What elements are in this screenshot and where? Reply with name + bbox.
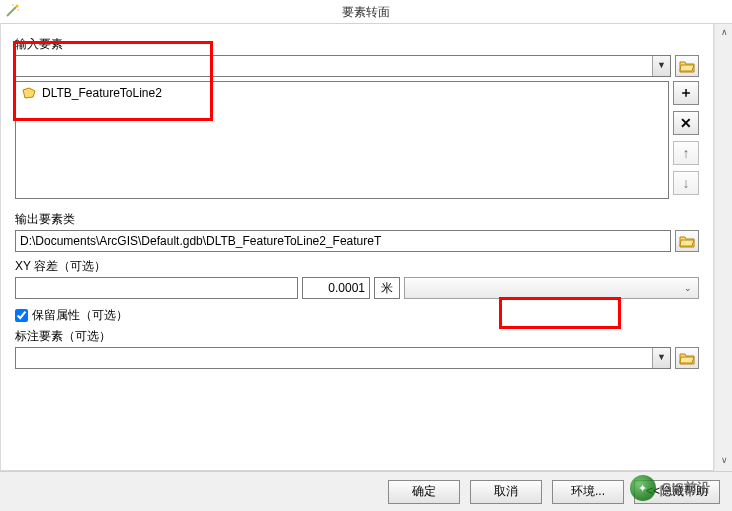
preserve-attr-label: 保留属性（可选）	[32, 307, 128, 324]
xy-tolerance-spacer	[15, 277, 298, 299]
arrow-up-icon: ↑	[683, 145, 690, 161]
svg-point-2	[12, 4, 14, 6]
chevron-down-icon: ⌄	[684, 283, 692, 293]
move-down-button[interactable]: ↓	[673, 171, 699, 195]
x-icon: ✕	[680, 115, 692, 131]
add-button[interactable]: ＋	[673, 81, 699, 105]
titlebar: 要素转面	[0, 0, 732, 24]
svg-point-3	[17, 9, 19, 11]
browse-input-button[interactable]	[675, 55, 699, 77]
cancel-button[interactable]: 取消	[470, 480, 542, 504]
folder-open-icon	[679, 234, 695, 248]
browse-output-button[interactable]	[675, 230, 699, 252]
scroll-down-icon[interactable]: ∨	[716, 453, 732, 469]
xy-unit-display: 米	[374, 277, 400, 299]
label-features-label: 标注要素（可选）	[15, 328, 699, 345]
input-features-dropdown[interactable]: ▼	[652, 56, 670, 76]
output-fc-input[interactable]	[15, 230, 671, 252]
remove-button[interactable]: ✕	[673, 111, 699, 135]
button-bar: 确定 取消 环境... <<隐藏帮助	[0, 471, 732, 511]
input-features-list[interactable]: DLTB_FeatureToLine2	[15, 81, 669, 199]
form-panel: 输入要素 ▼ DLTB_FeatureToLine2 ＋ ✕ ↑ ↓ 输出要素类	[0, 24, 714, 471]
plus-icon: ＋	[679, 84, 693, 102]
list-item[interactable]: DLTB_FeatureToLine2	[18, 84, 666, 102]
svg-point-1	[16, 5, 19, 8]
browse-label-button[interactable]	[675, 347, 699, 369]
input-features-combo[interactable]: ▼	[15, 55, 671, 77]
arrow-down-icon: ↓	[683, 175, 690, 191]
label-features-dropdown[interactable]: ▼	[652, 348, 670, 368]
window-title: 要素转面	[342, 5, 390, 19]
folder-open-icon	[679, 351, 695, 365]
polygon-layer-icon	[22, 87, 36, 99]
hide-help-button[interactable]: <<隐藏帮助	[634, 480, 720, 504]
xy-unit-dropdown[interactable]: ⌄	[404, 277, 699, 299]
tool-icon	[4, 3, 20, 19]
preserve-attr-checkbox[interactable]	[15, 309, 28, 322]
environments-button[interactable]: 环境...	[552, 480, 624, 504]
move-up-button[interactable]: ↑	[673, 141, 699, 165]
svg-line-0	[7, 7, 16, 16]
list-item-label: DLTB_FeatureToLine2	[42, 86, 162, 100]
ok-button[interactable]: 确定	[388, 480, 460, 504]
input-features-input[interactable]	[16, 56, 652, 76]
label-features-input[interactable]	[16, 348, 652, 368]
xy-tolerance-input[interactable]	[302, 277, 370, 299]
vertical-scrollbar[interactable]: ∧ ∨	[714, 24, 732, 471]
label-features-combo[interactable]: ▼	[15, 347, 671, 369]
input-features-label: 输入要素	[15, 36, 699, 53]
scroll-up-icon[interactable]: ∧	[716, 25, 732, 41]
xy-tolerance-label: XY 容差（可选）	[15, 258, 699, 275]
folder-open-icon	[679, 59, 695, 73]
output-fc-label: 输出要素类	[15, 211, 699, 228]
